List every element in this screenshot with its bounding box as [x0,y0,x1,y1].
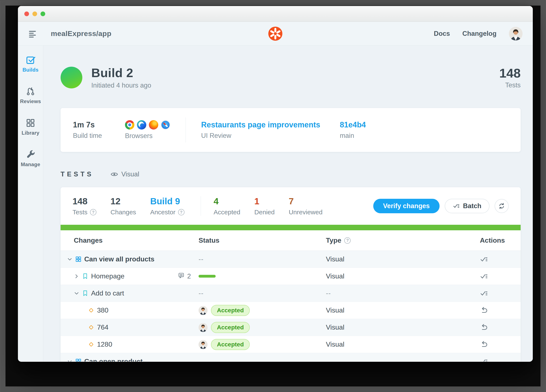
bookmark-icon [82,290,89,297]
stat-value: 1 [254,196,275,206]
menu-icon[interactable] [28,29,37,38]
build-progress-bar [61,225,521,230]
tests-count-label: Tests [499,81,521,89]
reviewer-avatar [199,323,208,332]
zoom-window-button[interactable] [40,12,45,16]
project-name[interactable]: mealExpress/app [51,29,111,38]
change-name: Add to cart [91,289,124,297]
change-name: Homepage [91,272,124,280]
type-value: Visual [326,323,344,331]
reviews-icon [26,87,35,96]
visual-filter[interactable]: Visual [110,170,139,178]
verify-changes-button[interactable]: Verify changes [373,199,440,213]
sidebar-item-manage[interactable]: Manage [21,150,40,167]
type-value: Visual [326,306,344,314]
change-name: Can open product [84,357,143,361]
reviewer-avatar [199,306,208,315]
table-row[interactable]: Can open product---- [61,353,521,361]
tests-count: 148 [499,66,521,81]
batch-accept-icon[interactable] [480,357,488,362]
stat-unreviewed: 7Unreviewed [289,196,323,216]
window-titlebar [18,6,533,22]
commit-link[interactable]: 81e4b4 [340,120,366,129]
batch-accept-icon[interactable] [480,255,488,263]
user-avatar[interactable] [509,27,523,40]
manage-icon [26,150,35,159]
tests-table-card: 148Tests?12ChangesBuild 9Ancestor?4Accep… [61,187,521,361]
stat-label: Accepted [214,209,240,216]
undo-icon[interactable] [480,323,488,331]
type-value: Visual [326,272,344,280]
bookmark-icon [82,273,89,279]
stat-ancestor[interactable]: Build 9Ancestor? [150,196,184,216]
main-content: Build 2 Initiated 4 hours ago 148 Tests … [43,46,533,361]
sidebar-item-library[interactable]: Library [21,118,39,136]
column-header-changes: Changes [61,236,185,244]
tests-section-header: TESTS Visual [61,170,521,178]
caret-down-icon[interactable] [66,256,73,262]
close-window-button[interactable] [24,12,29,16]
sidebar-item-label: Builds [22,67,38,73]
help-icon[interactable]: ? [344,237,351,244]
stat-denied: 1Denied [254,196,275,216]
sidebar-item-label: Library [21,130,39,136]
comment-icon [178,272,185,281]
sidebar-item-reviews[interactable]: Reviews [20,87,41,104]
stat-value: 148 [72,196,96,206]
changelog-link[interactable]: Changelog [462,30,496,38]
stat-value: 7 [289,196,323,206]
status-badge: Accepted [211,305,250,316]
table-row[interactable]: Homepage2Visual [61,268,521,285]
column-header-actions: Actions [467,236,521,244]
build-status-dot [61,67,82,89]
change-name: 764 [97,323,108,331]
docs-link[interactable]: Docs [434,30,450,38]
batch-accept-icon[interactable] [480,272,488,280]
browsers: Browsers [125,120,170,140]
table-row[interactable]: 380 AcceptedVisual [61,302,521,319]
change-name: 1280 [97,341,112,348]
refresh-icon [498,202,505,210]
table-row[interactable]: 764 AcceptedVisual [61,319,521,336]
caret-down-icon[interactable] [73,290,80,297]
stats-bar: 148Tests?12ChangesBuild 9Ancestor?4Accep… [61,187,521,225]
eye-icon [110,170,118,178]
sidebar-item-label: Reviews [20,98,41,104]
review-title-link[interactable]: Restaurants page improvements [201,120,320,129]
batch-checklist-icon [453,202,460,210]
status-empty: -- [199,255,203,263]
app-window: mealExpress/app Docs Changelog [18,6,533,362]
library-icon [26,118,35,128]
minimize-window-button[interactable] [32,12,37,16]
help-icon[interactable]: ? [90,209,96,215]
stat-label: Changes [110,209,136,216]
batch-button[interactable]: Batch [445,199,489,213]
type-value: Visual [326,255,344,263]
build-time: 1m 7s Build time [73,120,102,139]
caret-down-icon[interactable] [66,358,73,362]
sidebar-item-builds[interactable]: Builds [22,55,38,73]
header-nav: Docs Changelog [434,27,523,40]
diamond-icon [88,307,94,314]
batch-accept-icon[interactable] [480,289,488,297]
app-header: mealExpress/app Docs Changelog [18,22,533,46]
stat-value[interactable]: Build 9 [150,196,184,206]
undo-icon[interactable] [480,341,488,348]
refresh-button[interactable] [494,199,509,213]
review-info: Restaurants page improvements UI Review [201,120,320,139]
firefox-browser-icon [149,120,158,130]
sidebar-item-label: Manage [21,161,40,167]
tests-heading: TESTS [61,171,94,178]
stat-value: 12 [110,196,136,206]
caret-right-icon[interactable] [73,273,80,279]
window-body: Builds Reviews Library Manage Build 2 In… [18,46,533,361]
table-row[interactable]: Add to cart---- [61,285,521,302]
edge-browser-icon [137,120,146,130]
table-row[interactable]: Can view all products--Visual [61,251,521,268]
undo-icon[interactable] [480,306,488,315]
table-row[interactable]: 1280 AcceptedVisual [61,336,521,353]
type-empty: -- [326,357,331,361]
change-name: 380 [97,306,108,314]
help-icon[interactable]: ? [178,209,184,215]
stat-label: Tests? [72,209,96,216]
